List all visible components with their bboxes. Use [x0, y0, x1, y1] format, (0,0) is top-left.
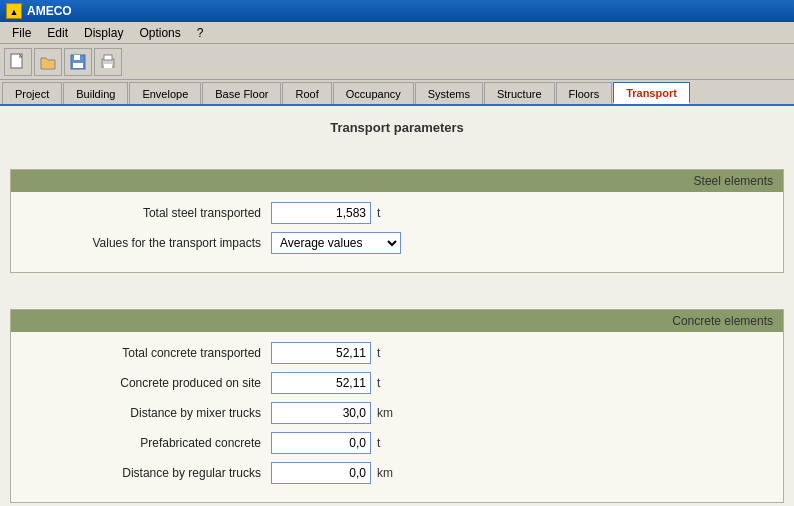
concrete-regular-input[interactable] — [271, 462, 371, 484]
save-button[interactable] — [64, 48, 92, 76]
tab-project[interactable]: Project — [2, 82, 62, 104]
tab-envelope[interactable]: Envelope — [129, 82, 201, 104]
main-content: Transport parameters Steel elements Tota… — [0, 106, 794, 506]
tab-occupancy[interactable]: Occupancy — [333, 82, 414, 104]
title-bar: ▲ AMECO — [0, 0, 794, 22]
menu-help[interactable]: ? — [189, 24, 212, 42]
steel-row-total: Total steel transported t — [31, 202, 763, 224]
concrete-row-prefab: Prefabricated concrete t — [31, 432, 763, 454]
steel-section-body: Total steel transported t Values for the… — [11, 192, 783, 272]
tab-floors[interactable]: Floors — [556, 82, 613, 104]
concrete-section: Concrete elements Total concrete transpo… — [10, 309, 784, 503]
concrete-section-body: Total concrete transported t Concrete pr… — [11, 332, 783, 502]
steel-section-header: Steel elements — [11, 170, 783, 192]
steel-transport-label: Values for the transport impacts — [31, 236, 271, 250]
steel-transport-select[interactable]: Average values Custom values — [271, 232, 401, 254]
concrete-prefab-unit: t — [377, 436, 380, 450]
tab-bar: Project Building Envelope Base Floor Roo… — [0, 80, 794, 106]
app-icon: ▲ — [6, 3, 22, 19]
concrete-prefab-label: Prefabricated concrete — [31, 436, 271, 450]
tab-transport[interactable]: Transport — [613, 82, 690, 104]
concrete-mixer-unit: km — [377, 406, 393, 420]
concrete-row-onsite: Concrete produced on site t — [31, 372, 763, 394]
tab-base-floor[interactable]: Base Floor — [202, 82, 281, 104]
menu-edit[interactable]: Edit — [39, 24, 76, 42]
concrete-mixer-label: Distance by mixer trucks — [31, 406, 271, 420]
concrete-total-label: Total concrete transported — [31, 346, 271, 360]
concrete-onsite-unit: t — [377, 376, 380, 390]
concrete-row-total: Total concrete transported t — [31, 342, 763, 364]
steel-total-input[interactable] — [271, 202, 371, 224]
menu-options[interactable]: Options — [131, 24, 188, 42]
menu-file[interactable]: File — [4, 24, 39, 42]
svg-rect-5 — [104, 55, 112, 60]
new-button[interactable] — [4, 48, 32, 76]
concrete-regular-unit: km — [377, 466, 393, 480]
open-button[interactable] — [34, 48, 62, 76]
toolbar — [0, 44, 794, 80]
steel-row-transport: Values for the transport impacts Average… — [31, 232, 763, 254]
page-title: Transport parameters — [10, 116, 784, 139]
tab-structure[interactable]: Structure — [484, 82, 555, 104]
concrete-section-header: Concrete elements — [11, 310, 783, 332]
steel-total-label: Total steel transported — [31, 206, 271, 220]
steel-total-unit: t — [377, 206, 380, 220]
svg-rect-6 — [104, 64, 112, 68]
concrete-row-regular: Distance by regular trucks km — [31, 462, 763, 484]
tab-building[interactable]: Building — [63, 82, 128, 104]
concrete-onsite-label: Concrete produced on site — [31, 376, 271, 390]
concrete-total-input[interactable] — [271, 342, 371, 364]
concrete-row-mixer: Distance by mixer trucks km — [31, 402, 763, 424]
tab-systems[interactable]: Systems — [415, 82, 483, 104]
app-title: AMECO — [27, 4, 72, 18]
concrete-total-unit: t — [377, 346, 380, 360]
print-button[interactable] — [94, 48, 122, 76]
menu-bar: File Edit Display Options ? — [0, 22, 794, 44]
tab-roof[interactable]: Roof — [282, 82, 331, 104]
svg-rect-2 — [74, 55, 80, 60]
concrete-regular-label: Distance by regular trucks — [31, 466, 271, 480]
concrete-mixer-input[interactable] — [271, 402, 371, 424]
svg-rect-3 — [73, 63, 83, 68]
concrete-onsite-input[interactable] — [271, 372, 371, 394]
concrete-prefab-input[interactable] — [271, 432, 371, 454]
steel-section: Steel elements Total steel transported t… — [10, 169, 784, 273]
menu-display[interactable]: Display — [76, 24, 131, 42]
